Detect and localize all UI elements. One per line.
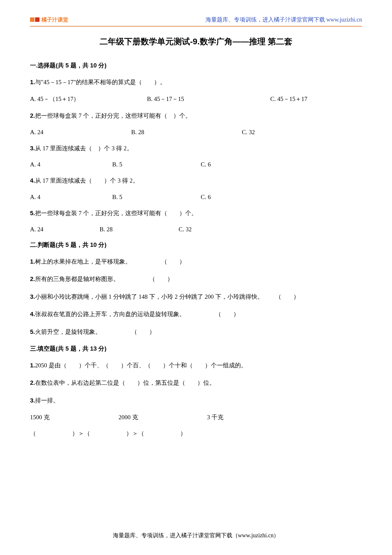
s1-q1-opt-a: A. 45－（15＋17）	[30, 95, 147, 103]
page-header: 橘子汁课堂 海量题库、专项训练，进入橘子汁课堂官网下载 www.juzizhi.…	[30, 16, 362, 27]
logo-area: 橘子汁课堂	[30, 16, 68, 23]
s1-q3-opt-a: A. 4	[30, 161, 112, 168]
s3-q3-values: 1500 克 2000 克 3 千克	[30, 413, 362, 421]
logo-text: 橘子汁课堂	[41, 16, 68, 23]
s1-q1: 1.与"45－15－17"的结果不相等的算式是（ ）。	[30, 78, 362, 87]
s3-q3-val1: 1500 克	[30, 413, 119, 421]
s1-q1-opt-b: B. 45－17－15	[147, 95, 270, 103]
s1-q5-text: 把一些球每盒装 7 个，正好分完，这些球可能有（ ）个。	[35, 210, 197, 216]
s1-q5-opt-c: C. 32	[179, 226, 362, 233]
s2-q5: 5.火箭升空，是旋转现象。 （ ）	[30, 327, 362, 337]
s2-q1: 1.树上的水果掉在地上，是平移现象。 （ ）	[30, 257, 362, 266]
s1-q3-text: 从 17 里面连续减去（ ）个 3 得 2。	[35, 145, 133, 152]
s3-q3: 3.排一排。	[30, 396, 362, 405]
s1-q4-opt-a: A. 4	[30, 194, 112, 201]
s1-q2-options: A. 24 B. 28 C. 32	[30, 129, 362, 136]
s2-q3-text: 小丽和小玲比赛跳绳，小丽 1 分钟跳了 148 下，小玲 2 分钟跳了 200 …	[35, 293, 299, 300]
s2-q3: 3.小丽和小玲比赛跳绳，小丽 1 分钟跳了 148 下，小玲 2 分钟跳了 20…	[30, 292, 362, 302]
section3-header: 三.填空题(共 5 题，共 13 分)	[30, 345, 362, 353]
section2-header: 二.判断题(共 5 题，共 10 分)	[30, 241, 362, 249]
s1-q4-opt-b: B. 5	[112, 194, 201, 201]
s1-q2-text: 把一些球每盒装 7 个，正好分完，这些球可能有（ ）个。	[35, 112, 191, 119]
page-footer: 海量题库、专项训练，进入橘子汁课堂官网下载（www.juzizhi.cn）	[0, 532, 392, 539]
s1-q4-text: 从 17 里面连续减去（ ）个 3 得 2。	[35, 177, 139, 184]
s3-q3-text: 排一排。	[35, 397, 59, 404]
s1-q3-options: A. 4 B. 5 C. 6	[30, 161, 362, 168]
s1-q2: 2.把一些球每盒装 7 个，正好分完，这些球可能有（ ）个。	[30, 111, 362, 121]
s1-q4-options: A. 4 B. 5 C. 6	[30, 194, 362, 201]
s3-q1: 1.2050 是由（ ）个千、（ ）个百、（ ）个十和（ ）个一组成的。	[30, 361, 362, 370]
s1-q5-opt-b: B. 28	[100, 226, 179, 233]
s1-q2-opt-c: C. 32	[242, 129, 362, 136]
s3-q3-answer: （ ）＞（ ）＞（ ）	[30, 429, 362, 438]
s2-q1-text: 树上的水果掉在地上，是平移现象。 （ ）	[35, 258, 185, 265]
s1-q3-opt-c: C. 6	[201, 161, 362, 168]
s2-q4: 4.张叔叔在笔直的公路上开车，方向盘的运动是旋转现象。 （ ）	[30, 309, 362, 319]
s2-q5-text: 火箭升空，是旋转现象。 （ ）	[35, 328, 155, 335]
page-title: 二年级下册数学单元测试-9.数学广角——推理 第二套	[30, 36, 362, 47]
section1-header: 一.选择题(共 5 题，共 10 分)	[30, 61, 362, 70]
header-link-text: 海量题库、专项训练，进入橘子汁课堂官网下载 www.juzizhi.cn	[205, 16, 362, 23]
s2-q2: 2.所有的三角形都是轴对称图形。 （ ）	[30, 274, 362, 284]
s1-q5-options: A. 24 B. 28 C. 32	[30, 226, 362, 233]
s1-q1-opt-c: C. 45－15＋17	[270, 95, 362, 103]
s1-q5-opt-a: A. 24	[30, 226, 100, 233]
page-container: 橘子汁课堂 海量题库、专项训练，进入橘子汁课堂官网下载 www.juzizhi.…	[0, 0, 392, 455]
s3-q3-val2: 2000 克	[119, 413, 207, 421]
s3-q3-val3: 3 千克	[207, 413, 362, 421]
s1-q3: 3.从 17 里面连续减去（ ）个 3 得 2。	[30, 144, 362, 153]
s1-q4: 4.从 17 里面连续减去（ ）个 3 得 2。	[30, 176, 362, 185]
s3-q2: 2.在数位表中，从右边起第二位是（ ）位，第五位是（ ）位。	[30, 378, 362, 388]
s3-q1-text: 2050 是由（ ）个千、（ ）个百、（ ）个十和（ ）个一组成的。	[35, 362, 247, 369]
s1-q3-opt-b: B. 5	[112, 161, 201, 168]
s1-q5: 5.把一些球每盒装 7 个，正好分完，这些球可能有（ ）个。	[30, 209, 362, 218]
s1-q2-opt-a: A. 24	[30, 129, 131, 136]
s3-q2-text: 在数位表中，从右边起第二位是（ ）位，第五位是（ ）位。	[35, 379, 215, 386]
s1-q1-text: 与"45－15－17"的结果不相等的算式是（ ）。	[35, 79, 166, 85]
s1-q2-opt-b: B. 28	[131, 129, 242, 136]
s2-q4-text: 张叔叔在笔直的公路上开车，方向盘的运动是旋转现象。 （ ）	[35, 311, 239, 317]
s1-q4-opt-c: C. 6	[201, 194, 362, 201]
s1-q1-options: A. 45－（15＋17） B. 45－17－15 C. 45－15＋17	[30, 95, 362, 103]
logo-icon	[30, 17, 40, 22]
s2-q2-text: 所有的三角形都是轴对称图形。 （ ）	[35, 276, 173, 282]
